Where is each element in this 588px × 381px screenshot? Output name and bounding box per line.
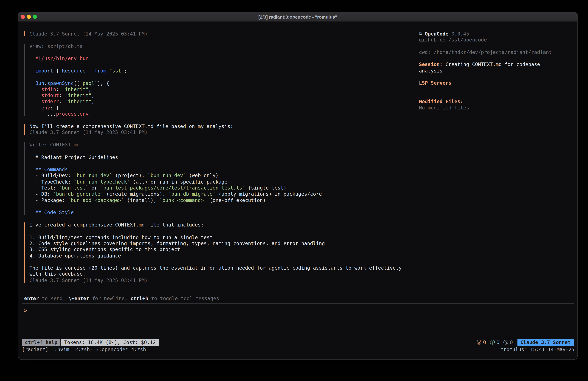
- text-line: with this codebase.: [29, 271, 415, 277]
- text-line: - TypeCheck: `bun run typecheck` (all) o…: [29, 179, 415, 185]
- tool-view-block: View: script/db.ts #!/usr/bin/env bun im…: [24, 43, 415, 117]
- help-chip: ctrl+? help: [22, 339, 61, 346]
- text-line: I've created a comprehensive CONTEXT.md …: [29, 222, 415, 228]
- sidebar: © OpenCode 0.0.45github.com/sst/opencode…: [419, 31, 559, 111]
- prompt-input[interactable]: >: [22, 308, 574, 314]
- text-line: stdout: "inherit",: [29, 92, 415, 99]
- text-line: #!/usr/bin/env bun: [29, 56, 415, 62]
- message-block: Now I'll create a comprehensive CONTEXT.…: [24, 123, 415, 135]
- window-titlebar: [2/3] radiant:3:opencode - "romulus": [18, 12, 577, 22]
- keybinding-help: enter to send, \+enter for newline, ctrl…: [22, 296, 574, 302]
- text-line: The file is concise (20 lines) and captu…: [29, 265, 415, 271]
- text-line: # Radiant Project Guidelines: [29, 154, 415, 160]
- tmux-status-line: [radiant] 1:nvim 2:zsh- 3:opencode* 4:zs…: [22, 347, 574, 352]
- diagnostics-counters: Ⓦ 0ⓘ 0ⓗ 0: [477, 339, 513, 346]
- text-line: stderr: "inherit",: [29, 99, 415, 105]
- text-line: Bun.spawnSync([`psql`], {: [29, 80, 415, 86]
- text-line: [419, 43, 559, 49]
- text-line: - Test: `bun test` or `bun test packages…: [29, 185, 415, 191]
- minimize-button[interactable]: [27, 15, 31, 19]
- text-line: [419, 74, 559, 80]
- text-line: - Build/Dev: `bun run dev` (project), `b…: [29, 173, 415, 179]
- text-line: View: script/db.ts: [29, 43, 415, 49]
- text-line: 4. Database operations guidance: [29, 253, 415, 259]
- text-line: 2. Code style guidelines covering import…: [29, 241, 415, 247]
- tokens-cost-chip: Tokens: 16.4K (8%), Cost: $0.12: [61, 339, 159, 346]
- text-line: [29, 259, 415, 265]
- text-line: ...process.env,: [29, 111, 415, 117]
- message-header-block: Claude 3.7 Sonnet (14 May 2025 03:41 PM): [24, 31, 415, 37]
- text-line: Claude 3.7 Sonnet (14 May 2025 03:41 PM): [29, 277, 415, 284]
- diagnostic-info: ⓘ 0: [490, 339, 499, 346]
- text-line: [419, 56, 559, 62]
- text-line: Now I'll create a comprehensive CONTEXT.…: [29, 123, 415, 130]
- tmux-host-clock: "romulus" 15:41 14-May-25: [501, 347, 574, 352]
- sidebar-info: © OpenCode 0.0.45github.com/sst/opencode…: [419, 31, 559, 111]
- window-title: [2/3] radiant:3:opencode - "romulus": [18, 14, 577, 20]
- text-line: © OpenCode 0.0.45: [419, 31, 559, 37]
- text-line: - Package: `bun add <package>` (install)…: [29, 197, 415, 203]
- text-line: env: {: [29, 105, 415, 111]
- text-line: cwd: /home/thdxr/dev/projects/radiant/ra…: [419, 49, 559, 56]
- tool-write-block: Write: CONTEXT.md # Radiant Project Guid…: [24, 142, 415, 216]
- text-line: [29, 148, 415, 154]
- close-button[interactable]: [21, 15, 25, 19]
- conversation: Claude 3.7 Sonnet (14 May 2025 03:41 PM)…: [24, 31, 415, 290]
- text-line: import { Resource } from "sst";: [29, 68, 415, 74]
- text-line: [29, 228, 415, 234]
- text-line: LSP Servers: [419, 80, 559, 86]
- text-line: [29, 62, 415, 68]
- text-line: Claude 3.7 Sonnet (14 May 2025 03:41 PM): [29, 130, 415, 136]
- text-line: 1. Build/lint/test commands including ho…: [29, 234, 415, 241]
- model-chip: Claude 3.7 Sonnet: [517, 339, 574, 346]
- text-line: Write: CONTEXT.md: [29, 142, 415, 148]
- zoom-button[interactable]: [33, 15, 37, 19]
- text-line: 3. CSS styling conventions specific to t…: [29, 247, 415, 253]
- text-line: enter to send, \+enter for newline, ctrl…: [24, 296, 574, 302]
- message-block: I've created a comprehensive CONTEXT.md …: [24, 222, 415, 284]
- text-line: Modified Files:: [419, 99, 559, 105]
- tmux-window-list: [radiant] 1:nvim 2:zsh- 3:opencode* 4:zs…: [22, 347, 146, 352]
- text-line: - DB: `bun db generate` (create migratio…: [29, 191, 415, 197]
- editor-divider: [22, 303, 574, 304]
- input-editor: enter to send, \+enter for newline, ctrl…: [22, 296, 574, 314]
- text-line: ## Commands: [29, 167, 415, 173]
- diagnostic-hint: ⓗ 0: [503, 339, 513, 346]
- status-bar: ctrl+? help Tokens: 16.4K (8%), Cost: $0…: [22, 339, 574, 346]
- text-line: No modified files: [419, 105, 559, 111]
- terminal-window: [2/3] radiant:3:opencode - "romulus" Cla…: [18, 12, 577, 359]
- text-line: Claude 3.7 Sonnet (14 May 2025 03:41 PM): [29, 31, 415, 37]
- text-line: [419, 86, 559, 92]
- text-line: [29, 203, 415, 210]
- text-line: [29, 74, 415, 80]
- text-line: stdin: "inherit",: [29, 86, 415, 92]
- text-line: ## Code Style: [29, 210, 415, 216]
- text-line: [29, 160, 415, 167]
- text-line: github.com/sst/opencode: [419, 37, 559, 43]
- text-line: [29, 49, 415, 56]
- diagnostic-warning: Ⓦ 0: [477, 339, 486, 346]
- text-line: Session: Creating CONTEXT.md for codebas…: [419, 62, 559, 74]
- traffic-lights: [18, 15, 37, 19]
- text-line: [419, 92, 559, 99]
- screen: [2/3] radiant:3:opencode - "romulus" Cla…: [0, 0, 588, 381]
